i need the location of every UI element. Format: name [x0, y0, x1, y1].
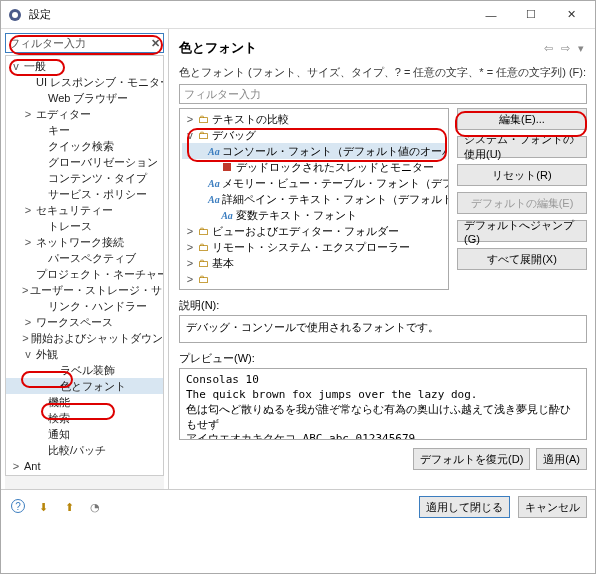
tree-item[interactable]: コンテンツ・タイプ [6, 170, 163, 186]
tree-item[interactable]: 通知 [6, 426, 163, 442]
tree-item[interactable]: Web ブラウザー [6, 90, 163, 106]
tree-item[interactable]: 機能 [6, 394, 163, 410]
back-icon[interactable]: ⇦ [541, 42, 556, 55]
apply-button[interactable]: 適用(A) [536, 448, 587, 470]
svg-point-1 [12, 12, 18, 18]
font-tree-item[interactable]: デッドロックされたスレッドとモニター [182, 159, 446, 175]
font-tree-item[interactable]: Aa変数テキスト・フォント [182, 207, 446, 223]
tree-item[interactable]: 検索 [6, 410, 163, 426]
font-icon: Aa [220, 210, 234, 221]
titlebar: 設定 — ☐ ✕ [1, 1, 596, 29]
font-filter-input[interactable]: フィルター入力 [179, 84, 587, 104]
folder-icon: 🗀 [196, 113, 210, 125]
tree-item[interactable]: リンク・ハンドラー [6, 298, 163, 314]
tree-item[interactable]: UI レスポンシブ・モニター [6, 74, 163, 90]
page-title: 色とフォント [179, 39, 257, 57]
font-tree[interactable]: >🗀テキストの比較v🗀デバッグAaコンソール・フォント（デフォルト値のオーバーラ… [179, 108, 449, 290]
bottom-bar: ? ⬇ ⬆ ◔ 適用して閉じる キャンセル [1, 489, 596, 524]
tree-item[interactable]: >開始およびシャットダウン [6, 330, 163, 346]
right-pane: 色とフォント ⇦ ⇨ ▾ 色とフォント (フォント、サイズ、タイプ、? = 任意… [169, 29, 596, 489]
forward-icon[interactable]: ⇨ [558, 42, 573, 55]
font-icon: Aa [208, 178, 220, 189]
sidebar-filter-input[interactable] [9, 37, 151, 49]
reset-button[interactable]: リセット(R) [457, 164, 587, 186]
oomph-icon[interactable]: ◔ [87, 499, 103, 515]
tree-item[interactable]: >Ant [6, 458, 163, 474]
font-tree-item[interactable]: Aaコンソール・フォント（デフォルト値のオーバーライド [182, 143, 446, 159]
apply-close-button[interactable]: 適用して閉じる [419, 496, 510, 518]
tree-item[interactable]: クイック検索 [6, 138, 163, 154]
tree-item[interactable]: >セキュリティー [6, 202, 163, 218]
folder-icon: 🗀 [196, 129, 210, 141]
history-nav: ⇦ ⇨ ▾ [541, 42, 587, 55]
help-icon[interactable]: ? [11, 499, 25, 513]
font-tree-item[interactable]: v🗀デバッグ [182, 127, 446, 143]
left-sidebar: ✕ v一般UI レスポンシブ・モニターWeb ブラウザー>エディターキークイック… [1, 29, 169, 489]
tree-item[interactable]: >ネットワーク接続 [6, 234, 163, 250]
folder-icon: 🗀 [196, 225, 210, 237]
font-tree-item[interactable]: >🗀基本 [182, 255, 446, 271]
minimize-button[interactable]: — [471, 3, 511, 27]
tree-item[interactable]: >エディター [6, 106, 163, 122]
preview-label: プレビュー(W): [179, 351, 587, 366]
font-tree-item[interactable]: >🗀テキストの比較 [182, 111, 446, 127]
cancel-button[interactable]: キャンセル [518, 496, 587, 518]
import-icon[interactable]: ⬇ [35, 499, 51, 515]
app-icon [7, 7, 23, 23]
color-icon [220, 163, 234, 171]
tree-item[interactable]: キー [6, 122, 163, 138]
tree-item[interactable]: v外観 [6, 346, 163, 362]
goto-default-button[interactable]: デフォルトへジャンプ(G) [457, 220, 587, 242]
dropdown-icon[interactable]: ▾ [575, 42, 587, 55]
sidebar-scrollbar[interactable] [5, 475, 164, 489]
font-icon: Aa [208, 194, 220, 205]
clear-filter-icon[interactable]: ✕ [151, 37, 160, 50]
font-tree-item[interactable]: >🗀ビューおよびエディター・フォルダー [182, 223, 446, 239]
folder-icon: 🗀 [196, 257, 210, 269]
tree-item[interactable]: サービス・ポリシー [6, 186, 163, 202]
tree-item[interactable]: 色とフォント [6, 378, 163, 394]
tree-item[interactable]: v一般 [6, 58, 163, 74]
tree-item[interactable]: >ユーザー・ストレージ・サービス [6, 282, 163, 298]
folder-icon: 🗀 [196, 241, 210, 253]
explain-text: デバッグ・コンソールで使用されるフォントです。 [179, 315, 587, 343]
window-title: 設定 [29, 7, 471, 22]
close-button[interactable]: ✕ [551, 3, 591, 27]
explain-label: 説明(N): [179, 298, 587, 313]
edit-button[interactable]: 編集(E)... [457, 108, 587, 130]
tree-item[interactable]: トレース [6, 218, 163, 234]
tree-item[interactable]: パースペクティブ [6, 250, 163, 266]
tree-item[interactable]: ラベル装飾 [6, 362, 163, 378]
preview-text: Consolas 10 The quick brown fox jumps ov… [179, 368, 587, 440]
tree-item[interactable]: グローバリゼーション [6, 154, 163, 170]
font-tree-item[interactable]: >🗀リモート・システム・エクスプローラー [182, 239, 446, 255]
edit-default-button: デフォルトの編集(E) [457, 192, 587, 214]
export-icon[interactable]: ⬆ [61, 499, 77, 515]
font-tree-item[interactable]: >🗀 [182, 271, 446, 287]
sidebar-filter[interactable]: ✕ [5, 33, 164, 53]
maximize-button[interactable]: ☐ [511, 3, 551, 27]
use-system-font-button[interactable]: システム・フォントの使用(U) [457, 136, 587, 158]
font-icon: Aa [208, 146, 220, 157]
folder-icon: 🗀 [196, 273, 210, 285]
font-tree-item[interactable]: Aaメモリー・ビュー・テーブル・フォント（デフォルト値の [182, 175, 446, 191]
expand-all-button[interactable]: すべて展開(X) [457, 248, 587, 270]
font-tree-item[interactable]: Aa詳細ペイン・テキスト・フォント（デフォルト値の使 [182, 191, 446, 207]
tree-item[interactable]: プロジェクト・ネーチャー [6, 266, 163, 282]
restore-defaults-button[interactable]: デフォルトを復元(D) [413, 448, 530, 470]
section-description: 色とフォント (フォント、サイズ、タイプ、? = 任意の文字、* = 任意の文字… [179, 65, 587, 80]
preferences-tree[interactable]: v一般UI レスポンシブ・モニターWeb ブラウザー>エディターキークイック検索… [5, 55, 164, 477]
tree-item[interactable]: 比較/パッチ [6, 442, 163, 458]
tree-item[interactable]: >ワークスペース [6, 314, 163, 330]
